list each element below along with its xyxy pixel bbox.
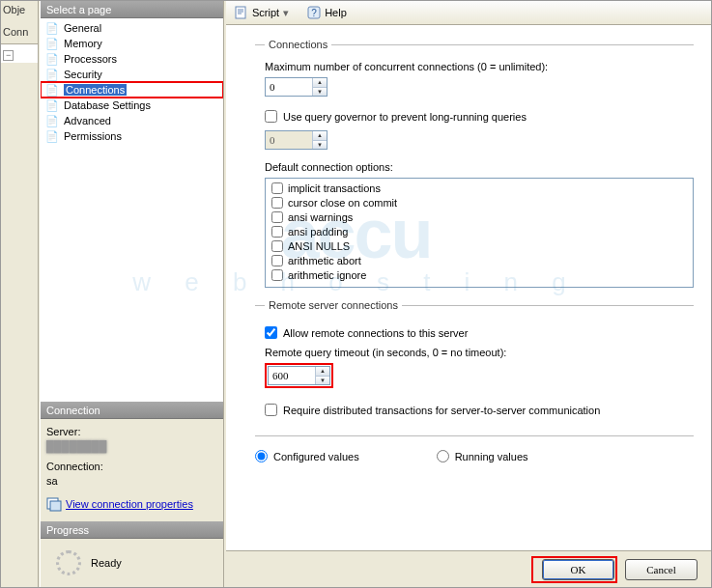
page-icon: 📄 xyxy=(44,129,60,143)
page-icon: 📄 xyxy=(44,52,60,66)
page-icon: 📄 xyxy=(44,68,60,81)
tree-expand-icon[interactable]: − xyxy=(3,50,14,61)
spinner-up-icon[interactable]: ▲ xyxy=(313,78,327,88)
page-icon: 📄 xyxy=(44,114,60,127)
list-item[interactable]: ANSI NULLS xyxy=(268,238,691,253)
content-area: Script ▾ ? Help Connections Maximum numb… xyxy=(226,1,711,550)
sidebar-header: Select a page xyxy=(41,1,223,18)
list-item[interactable]: arithmetic abort xyxy=(268,253,691,267)
connection-panel-header: Connection xyxy=(41,402,223,419)
help-label: Help xyxy=(325,7,347,18)
option-label: arithmetic ignore xyxy=(288,269,366,281)
option-checkbox[interactable] xyxy=(271,182,283,194)
default-options-label: Default connection options: xyxy=(265,161,694,173)
spinner-up-icon[interactable]: ▲ xyxy=(316,367,329,377)
spinner-buttons: ▲ ▼ xyxy=(312,131,327,149)
sidebar-item-database-settings[interactable]: 📄 Database Settings xyxy=(41,98,223,113)
ok-button[interactable]: OK xyxy=(542,559,614,580)
list-item[interactable]: ansi warnings xyxy=(268,210,691,224)
server-label: Server: xyxy=(46,425,217,439)
sidebar-item-connections[interactable]: 📄 Connections xyxy=(41,82,223,98)
list-item[interactable]: implicit transactions xyxy=(268,181,691,195)
sidebar-item-label: Database Settings xyxy=(64,99,151,111)
option-label: arithmetic abort xyxy=(288,255,361,266)
progress-body: Ready xyxy=(41,539,223,587)
spinner-down-icon[interactable]: ▼ xyxy=(316,377,329,385)
sidebar-item-label: General xyxy=(64,22,101,34)
sidebar-item-processors[interactable]: 📄 Processors xyxy=(41,51,223,67)
option-label: ansi padding xyxy=(288,226,348,238)
remote-connections-group: Remote server connections Allow remote c… xyxy=(255,299,694,426)
sidebar-item-label: Connections xyxy=(64,84,127,96)
spinner-down-icon: ▼ xyxy=(313,141,327,150)
sidebar-item-label: Memory xyxy=(64,38,102,49)
view-connection-properties-link[interactable]: View connection properties xyxy=(46,496,193,512)
script-label: Script xyxy=(252,7,279,18)
allow-remote-checkbox[interactable] xyxy=(265,326,277,339)
governor-cost-input xyxy=(266,131,312,149)
script-button[interactable]: Script ▾ xyxy=(230,3,297,22)
configured-values-radio-group[interactable]: Configured values xyxy=(255,450,359,462)
option-checkbox[interactable] xyxy=(271,197,283,209)
list-item[interactable]: ansi padding xyxy=(268,224,691,238)
connection-panel-body: Server: ████████ Connection: sa View con… xyxy=(41,419,223,521)
query-governor-row: Use query governor to prevent long-runni… xyxy=(265,110,694,123)
remote-timeout-highlight: ▲ ▼ xyxy=(265,363,333,388)
list-item[interactable]: cursor close on commit xyxy=(268,195,691,210)
cancel-button[interactable]: Cancel xyxy=(625,559,698,580)
page-icon: 📄 xyxy=(44,37,60,50)
object-explorer-connect[interactable]: Conn xyxy=(1,24,38,40)
remote-connections-legend: Remote server connections xyxy=(265,299,402,311)
option-label: ansi warnings xyxy=(288,211,353,223)
option-checkbox[interactable] xyxy=(271,240,283,252)
sidebar: Select a page 📄 General 📄 Memory 📄 Proce… xyxy=(41,1,224,587)
sidebar-item-advanced[interactable]: 📄 Advanced xyxy=(41,113,223,128)
properties-dialog: Select a page 📄 General 📄 Memory 📄 Proce… xyxy=(40,1,711,587)
sidebar-item-label: Security xyxy=(64,69,102,80)
max-connections-spinner[interactable]: ▲ ▼ xyxy=(265,77,328,97)
max-connections-label: Maximum number of concurrent connections… xyxy=(265,61,694,72)
help-button[interactable]: ? Help xyxy=(302,3,351,22)
sidebar-item-security[interactable]: 📄 Security xyxy=(41,67,223,82)
allow-remote-label: Allow remote connections to this server xyxy=(283,327,468,339)
connections-group: Connections Maximum number of concurrent… xyxy=(255,39,694,290)
max-connections-input[interactable] xyxy=(266,78,312,96)
option-label: implicit transactions xyxy=(288,182,381,194)
running-values-radio-group[interactable]: Running values xyxy=(437,450,528,462)
list-item[interactable]: arithmetic ignore xyxy=(268,267,691,282)
spinner-down-icon[interactable]: ▼ xyxy=(313,88,327,97)
progress-spinner-icon xyxy=(56,550,81,575)
option-checkbox[interactable] xyxy=(271,211,283,223)
sidebar-item-label: Advanced xyxy=(64,115,111,126)
configured-values-radio[interactable] xyxy=(255,450,268,462)
query-governor-label: Use query governor to prevent long-runni… xyxy=(283,111,527,123)
option-checkbox[interactable] xyxy=(271,226,283,238)
governor-cost-spinner: ▲ ▼ xyxy=(265,130,328,150)
query-governor-checkbox[interactable] xyxy=(265,110,277,123)
sidebar-item-general[interactable]: 📄 General xyxy=(41,20,223,36)
require-distributed-checkbox[interactable] xyxy=(265,404,277,416)
remote-timeout-input[interactable] xyxy=(269,367,315,384)
default-options-list[interactable]: implicit transactions cursor close on co… xyxy=(265,178,694,288)
script-icon xyxy=(234,5,249,20)
ok-button-highlight: OK xyxy=(531,556,617,583)
dialog-button-row: OK Cancel xyxy=(226,550,711,587)
sidebar-item-memory[interactable]: 📄 Memory xyxy=(41,36,223,51)
spinner-buttons: ▲ ▼ xyxy=(315,367,329,384)
help-icon: ? xyxy=(306,5,322,20)
values-radio-row: Configured values Running values xyxy=(255,450,694,462)
spinner-up-icon: ▲ xyxy=(313,131,327,141)
remote-timeout-spinner[interactable]: ▲ ▼ xyxy=(268,366,330,385)
option-checkbox[interactable] xyxy=(271,255,283,266)
properties-icon xyxy=(46,496,62,512)
object-explorer-title: Obje xyxy=(1,1,38,18)
connection-panel: Connection Server: ████████ Connection: … xyxy=(41,401,223,521)
dropdown-arrow-icon: ▾ xyxy=(283,7,289,19)
sidebar-item-label: Permissions xyxy=(64,130,122,142)
running-values-radio[interactable] xyxy=(437,450,449,462)
running-values-label: Running values xyxy=(455,451,528,462)
option-checkbox[interactable] xyxy=(271,269,283,281)
configured-values-label: Configured values xyxy=(273,451,359,462)
svg-text:?: ? xyxy=(311,8,317,18)
sidebar-item-permissions[interactable]: 📄 Permissions xyxy=(41,128,223,144)
